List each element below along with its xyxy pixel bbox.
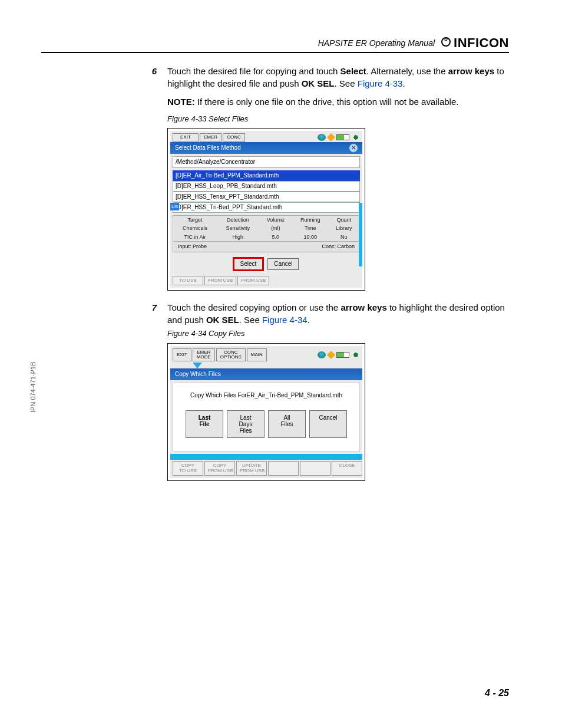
- col-v: No: [328, 233, 359, 242]
- all-files-button[interactable]: All Files: [268, 410, 306, 438]
- details-panel: Target Detection Volume Running Quant Ch…: [173, 215, 360, 252]
- tab-conc-options[interactable]: CONC OPTIONS: [216, 348, 246, 362]
- col-h: Quant: [328, 216, 359, 225]
- bottom-tab-from-usb-2[interactable]: FROM USB: [237, 276, 269, 285]
- text: Touch the desired copying option or use …: [167, 302, 340, 312]
- figure-33-caption: Figure 4-33 Select Files: [167, 114, 509, 124]
- step-6-number: 6: [147, 65, 157, 291]
- col-h2: Sensitivity: [217, 224, 259, 233]
- step-7-number: 7: [147, 301, 157, 481]
- col-h: Running: [292, 216, 328, 225]
- step-6-body: Touch the desired file for copying and t…: [167, 65, 509, 291]
- col-v: 5.0: [259, 233, 292, 242]
- tab-exit[interactable]: EXIT: [173, 133, 199, 141]
- text: . Alternately, use the: [366, 66, 448, 76]
- text-bold: OK SEL: [206, 315, 239, 325]
- info-icon[interactable]: [327, 351, 335, 359]
- col-h2: (ml): [259, 224, 292, 233]
- col-v: 10:00: [292, 233, 328, 242]
- bottom-tab-empty: [300, 461, 330, 476]
- manual-title: HAPSITE ER Operating Manual: [318, 38, 435, 48]
- header-rule: [41, 52, 509, 53]
- file-item[interactable]: [D]ER_HSS_Tenax_PPT_Standard.mth: [173, 192, 360, 202]
- progress-bar: [170, 454, 362, 460]
- dialog-title: Select Data Files Method: [175, 144, 241, 152]
- col-h2: Library: [328, 224, 359, 233]
- note-body: If there is only one file on the drive, …: [195, 97, 459, 107]
- text-bold: Select: [340, 66, 366, 76]
- help-icon[interactable]: [318, 351, 326, 358]
- copy-prompt: Copy Which Files ForER_Air_Tri-Bed_PPM_S…: [176, 388, 357, 410]
- figure-link[interactable]: Figure 4-33: [358, 78, 403, 88]
- text: .: [402, 78, 405, 88]
- path-field[interactable]: /Method/Analyze/Concentrator: [173, 156, 360, 168]
- brand-logo-group: INFICON: [441, 35, 509, 51]
- bottom-tab-empty: [268, 461, 299, 476]
- figure-33: EXIT EMER CONC Select Data Files M: [167, 128, 365, 291]
- brand-icon: [441, 37, 451, 50]
- tab-conc[interactable]: CONC: [223, 133, 245, 141]
- tab-emer[interactable]: EMER: [200, 133, 222, 141]
- dialog-title-bar: Select Data Files Method ✕: [170, 142, 362, 154]
- tab-main[interactable]: MAIN: [247, 348, 267, 362]
- connector-icon: [170, 363, 362, 368]
- note-lead: NOTE:: [167, 97, 195, 107]
- text: . See: [239, 315, 262, 325]
- figure-link[interactable]: Figure 4-34: [262, 315, 308, 325]
- text-bold: arrow keys: [448, 66, 494, 76]
- text: . See: [335, 78, 358, 88]
- last-days-files-button[interactable]: Last Days Files: [227, 410, 265, 438]
- col-h: Target: [173, 216, 217, 225]
- text-bold: OK SEL: [302, 78, 335, 88]
- status-icon: [352, 134, 360, 141]
- status-icon: [352, 351, 360, 358]
- tab-emer-mode[interactable]: EMER MODE: [193, 348, 215, 362]
- col-h: Detection: [217, 216, 259, 225]
- text: Touch the desired file for copying and t…: [167, 66, 340, 76]
- figure-34-caption: Figure 4-34 Copy Files: [167, 328, 509, 339]
- text-bold: arrow keys: [340, 302, 386, 312]
- bottom-tab-update-from-usb[interactable]: UPDATE FROM USB: [236, 461, 267, 476]
- text: .: [308, 315, 310, 325]
- cancel-button[interactable]: Cancel: [267, 258, 299, 270]
- col-h2: Time: [292, 224, 328, 233]
- col-h: Volume: [259, 216, 292, 225]
- figure-34: EXIT EMER MODE CONC OPTIONS MAIN: [167, 343, 365, 482]
- bottom-tab-copy-to-usb[interactable]: COPY TO USB: [173, 461, 203, 476]
- file-item[interactable]: [D]ER_HSS_Tri-Bed_PPT_Standard.mth: [173, 202, 360, 213]
- bottom-tab-from-usb[interactable]: FROM USB: [204, 276, 236, 285]
- close-icon[interactable]: ✕: [349, 144, 358, 152]
- file-item[interactable]: [D]ER_HSS_Loop_PPB_Standard.mth: [173, 181, 360, 192]
- last-file-button[interactable]: Last File: [186, 410, 223, 438]
- cancel-button[interactable]: Cancel: [309, 410, 347, 438]
- foot-right: Conc: Carbon: [322, 243, 355, 251]
- tab-exit[interactable]: EXIT: [173, 348, 191, 362]
- scrollbar[interactable]: [359, 203, 362, 266]
- page-number: 4 - 25: [485, 688, 509, 699]
- battery-icon: [336, 134, 349, 140]
- side-code: IPN 074-471-P1B: [29, 362, 37, 413]
- brand-name: INFICON: [454, 35, 509, 51]
- svg-point-1: [445, 38, 447, 41]
- select-button[interactable]: Select: [234, 258, 263, 270]
- file-item-selected[interactable]: [D]ER_Air_Tri-Bed_PPM_Standard.mth: [173, 170, 360, 181]
- bottom-tab-close[interactable]: CLOSE: [332, 461, 362, 476]
- battery-icon: [336, 352, 349, 358]
- foot-left: Input: Probe: [178, 243, 207, 251]
- dialog-title: Copy Which Files: [175, 370, 221, 378]
- file-list: [D]ER_Air_Tri-Bed_PPM_Standard.mth [D]ER…: [173, 170, 360, 213]
- dialog-title-bar: Copy Which Files: [170, 368, 362, 380]
- col-h2: Chemicals: [173, 224, 217, 233]
- bottom-tab-to-usb[interactable]: TO USB: [173, 276, 203, 285]
- help-icon[interactable]: [318, 134, 326, 141]
- col-v: TIC in Air: [173, 233, 217, 242]
- step-7-body: Touch the desired copying option or use …: [167, 301, 509, 481]
- info-icon[interactable]: [327, 133, 335, 141]
- col-v: High: [217, 233, 259, 242]
- bottom-tab-copy-from-usb[interactable]: COPY FROM USB: [204, 461, 235, 476]
- side-tag: US: [170, 203, 179, 210]
